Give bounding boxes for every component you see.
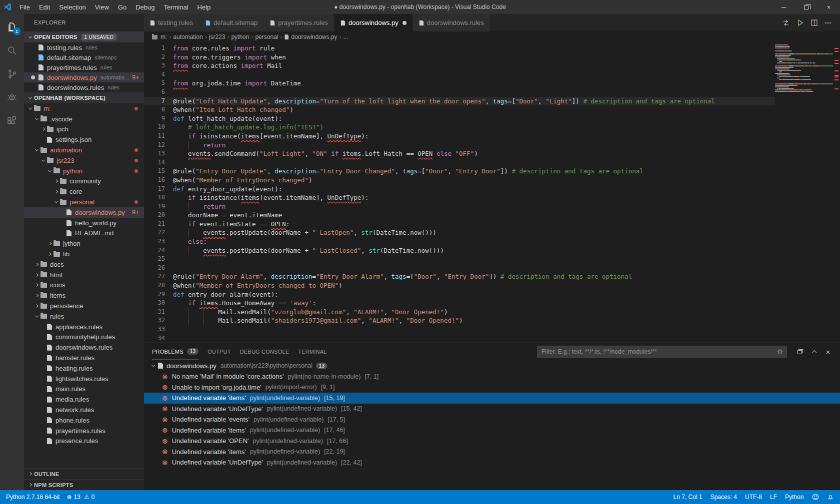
tab-testing-rules[interactable]: testing.rules bbox=[144, 14, 200, 31]
notifications-bell-icon[interactable] bbox=[827, 494, 834, 501]
tree-item-readme-md[interactable]: README.md bbox=[24, 228, 144, 239]
python-version-indicator[interactable]: Python 2.7.16 64-bit bbox=[6, 494, 60, 501]
extensions-icon[interactable] bbox=[0, 109, 24, 132]
close-button[interactable]: × bbox=[818, 0, 840, 14]
code-line-18[interactable]: 18 if isinstance(items[event.itemName], … bbox=[144, 193, 775, 202]
code-line-24[interactable]: 24 events.postUpdate(doorName + "_LastCl… bbox=[144, 246, 775, 255]
code-line-30[interactable]: 30 if items.House_HomeAway == 'away': bbox=[144, 299, 775, 308]
menu-item-file[interactable]: File bbox=[15, 0, 34, 14]
problem-item[interactable]: ⊗Unable to import 'org.joda.time'pylint(… bbox=[144, 382, 840, 393]
explorer-icon[interactable]: 1 bbox=[0, 15, 24, 38]
panel-tab-debug-console[interactable]: DEBUG CONSOLE bbox=[240, 343, 290, 360]
panel-tab-problems[interactable]: PROBLEMS13 bbox=[152, 343, 198, 360]
minimize-button[interactable]: ─ bbox=[772, 0, 795, 14]
problems-file-group[interactable]: doorswindows.py automation\jsr223\python… bbox=[144, 360, 840, 371]
source-control-icon[interactable] bbox=[0, 62, 24, 85]
problem-item[interactable]: ⊗Undefined variable 'items'pylint(undefi… bbox=[144, 393, 840, 404]
tree-item-core[interactable]: core bbox=[24, 186, 144, 197]
code-line-28[interactable]: 28@when("Member of EntryDoors changed to… bbox=[144, 281, 775, 290]
breadcrumb-item[interactable]: ... bbox=[344, 33, 348, 40]
search-icon[interactable] bbox=[0, 38, 24, 62]
tree-item-appliances-rules[interactable]: appliances.rules bbox=[24, 322, 144, 332]
tree-item-doorswindows-rules[interactable]: doorswindows.rules bbox=[24, 342, 144, 353]
tree-item-automation[interactable]: automation bbox=[24, 145, 144, 155]
tree-item-lib[interactable]: lib bbox=[24, 249, 144, 259]
tree-item-icons[interactable]: icons bbox=[24, 280, 144, 291]
code-line-31[interactable]: 31 Mail.sendMail("vzorglub@gmail.com", "… bbox=[144, 308, 775, 317]
tree-item--vscode[interactable]: .vscode bbox=[24, 114, 144, 124]
code-line-17[interactable]: 17def entry_door_update(event): bbox=[144, 185, 775, 194]
tree-item-lightswitches-rules[interactable]: lightswitches.rules bbox=[24, 374, 144, 384]
tree-item-docs[interactable]: docs bbox=[24, 259, 144, 270]
code-line-10[interactable]: 10 # loft_hatch_update.log.info("TEST") bbox=[144, 123, 775, 132]
breadcrumb-item[interactable]: doorswindows.py bbox=[291, 33, 337, 40]
tree-item-main-rules[interactable]: main.rules bbox=[24, 384, 144, 395]
code-line-21[interactable]: 21 if event.itemState == OPEN: bbox=[144, 220, 775, 229]
close-icon[interactable]: × bbox=[821, 345, 835, 359]
run-icon[interactable] bbox=[793, 16, 807, 30]
indentation-indicator[interactable]: Spaces: 4 bbox=[710, 494, 737, 501]
tree-item-jython[interactable]: jython bbox=[24, 238, 144, 249]
eol-indicator[interactable]: LF bbox=[770, 494, 777, 501]
menu-item-selection[interactable]: Selection bbox=[54, 0, 90, 14]
split-editor-icon[interactable] bbox=[807, 16, 821, 30]
code-line-15[interactable]: 15@rule("Entry Door Update", description… bbox=[144, 167, 775, 176]
problem-item[interactable]: ⊗Undefined variable 'OPEN'pylint(undefin… bbox=[144, 436, 840, 447]
code-line-34[interactable]: 34 bbox=[144, 334, 775, 343]
filter-icon[interactable] bbox=[776, 348, 784, 355]
tree-item-rules[interactable]: rules bbox=[24, 311, 144, 322]
tree-item-community[interactable]: community bbox=[24, 176, 144, 187]
breadcrumb-item[interactable]: jsr223 bbox=[209, 33, 226, 40]
chevron-up-icon[interactable] bbox=[807, 345, 821, 359]
panel-tab-terminal[interactable]: TERMINAL bbox=[298, 343, 326, 360]
code-line-29[interactable]: 29def entry_door_alarm(event): bbox=[144, 290, 775, 299]
workspace-header[interactable]: OPENHAB (WORKSPACE) bbox=[24, 92, 144, 103]
tree-item-settings-json[interactable]: settings.json bbox=[24, 134, 144, 145]
minimap[interactable] bbox=[775, 42, 833, 343]
problems-indicator[interactable]: ⊗ 13 ⚠ 0 bbox=[66, 494, 94, 501]
code-line-1[interactable]: 1from core.rules import rule bbox=[144, 44, 775, 53]
breadcrumb-item[interactable]: python bbox=[231, 33, 249, 40]
tree-item-m-[interactable]: m: bbox=[24, 103, 144, 114]
code-line-22[interactable]: 22 events.postUpdate(doorName + "_LastOp… bbox=[144, 228, 775, 237]
open-changes-icon[interactable] bbox=[779, 16, 793, 30]
code-line-27[interactable]: 27@rule("Entry Door Alarm", description=… bbox=[144, 272, 775, 281]
code-line-25[interactable]: 25 bbox=[144, 255, 775, 264]
code-line-3[interactable]: 3from core.actions import Mail bbox=[144, 61, 775, 70]
code-area[interactable]: 1from core.rules import rule2from core.t… bbox=[144, 42, 775, 343]
tree-item-html[interactable]: html bbox=[24, 270, 144, 280]
code-line-32[interactable]: 32 Mail.sendMail("shaiders1973@gmail.com… bbox=[144, 316, 775, 325]
more-actions-icon[interactable] bbox=[821, 16, 835, 30]
code-line-16[interactable]: 16@when("Member of EntryDoors changed") bbox=[144, 176, 775, 185]
tree-item-prayertimes-rules[interactable]: prayertimes.rules bbox=[24, 426, 144, 436]
tree-item-python[interactable]: python bbox=[24, 166, 144, 176]
code-line-6[interactable]: 6 bbox=[144, 88, 775, 97]
tree-item-hello-world-py[interactable]: hello_world.py bbox=[24, 218, 144, 228]
section-npm-scripts[interactable]: NPM SCRIPTS bbox=[24, 479, 144, 490]
code-line-13[interactable]: 13 events.sendCommand("Loft_Light", "ON"… bbox=[144, 149, 775, 158]
menu-item-debug[interactable]: Debug bbox=[131, 0, 159, 14]
debug-icon[interactable] bbox=[0, 85, 24, 109]
open-editor-item[interactable]: prayertimes.rulesrules bbox=[24, 62, 144, 72]
code-line-26[interactable]: 26 bbox=[144, 264, 775, 273]
breadcrumb-item[interactable]: personal bbox=[255, 33, 278, 40]
tree-item-media-rules[interactable]: media.rules bbox=[24, 394, 144, 405]
menu-item-go[interactable]: Go bbox=[114, 0, 131, 14]
tree-item-phone-rules[interactable]: phone.rules bbox=[24, 415, 144, 426]
tab-prayertimes-rules[interactable]: prayertimes.rules bbox=[264, 14, 334, 31]
problem-item[interactable]: ⊗Undefined variable 'UnDefType'pylint(un… bbox=[144, 457, 840, 468]
restore-button[interactable] bbox=[795, 0, 818, 14]
encoding-indicator[interactable]: UTF-8 bbox=[745, 494, 762, 501]
code-line-20[interactable]: 20 doorName = event.itemName bbox=[144, 211, 775, 220]
code-line-33[interactable]: 33 bbox=[144, 325, 775, 334]
tree-item-network-rules[interactable]: network.rules bbox=[24, 405, 144, 415]
code-line-11[interactable]: 11 if isinstance(items[event.itemName], … bbox=[144, 132, 775, 141]
problem-item[interactable]: ⊗Undefined variable 'UnDefType'pylint(un… bbox=[144, 404, 840, 415]
menu-item-help[interactable]: Help bbox=[193, 0, 216, 14]
tree-item-heating-rules[interactable]: heating.rules bbox=[24, 363, 144, 374]
problems-filter-input[interactable] bbox=[537, 346, 787, 358]
problem-item[interactable]: ⊗No name 'Mail' in module 'core.actions'… bbox=[144, 371, 840, 382]
code-line-8[interactable]: 8@when("Item Loft_Hatch changed") bbox=[144, 105, 775, 114]
menu-item-terminal[interactable]: Terminal bbox=[159, 0, 192, 14]
language-mode-indicator[interactable]: Python bbox=[785, 494, 804, 501]
